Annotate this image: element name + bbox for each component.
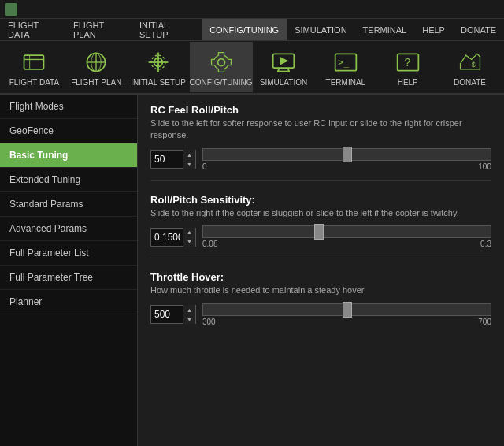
svg-text:$: $ <box>471 61 475 69</box>
section-throttle-hover: Throttle Hover:How much throttle is need… <box>150 271 491 325</box>
main-layout: Flight ModesGeoFenceBasic TuningExtended… <box>0 95 504 446</box>
sidebar-item-standard-params[interactable]: Standard Params <box>0 192 137 217</box>
spinbox-up-roll-pitch-sens[interactable]: ▲ <box>183 228 195 237</box>
toolbar-btn-help[interactable]: ?HELP <box>376 42 439 92</box>
section-title-roll-pitch-sens: Roll/Pitch Sensitivity: <box>150 194 491 206</box>
spinbox-roll-pitch-sens[interactable]: ▲ ▼ <box>150 228 196 247</box>
menu-item-initial-setup[interactable]: INITIAL SETUP <box>132 19 202 40</box>
section-roll-pitch-sens: Roll/Pitch Sensitivity:Slide to the righ… <box>150 194 491 258</box>
slider-roll-pitch-sens[interactable] <box>202 225 491 238</box>
toolbar-icon-2 <box>144 48 172 76</box>
toolbar-icon-6: ? <box>394 48 422 76</box>
sidebar: Flight ModesGeoFenceBasic TuningExtended… <box>0 95 138 446</box>
toolbar-btn-initial-setup[interactable]: INITIAL SETUP <box>128 42 190 92</box>
app-icon <box>5 3 17 16</box>
slider-container-rc-feel: 0100 <box>202 148 491 171</box>
menu-item-flight-plan[interactable]: FLIGHT PLAN <box>65 19 132 40</box>
menu-bar: FLIGHT DATAFLIGHT PLANINITIAL SETUPCONFI… <box>0 19 504 41</box>
slider-container-throttle-hover: 300700 <box>202 303 491 326</box>
menu-item-donate[interactable]: DONATE <box>453 19 504 40</box>
toolbar-icon-3 <box>207 48 235 76</box>
svg-point-11 <box>217 58 224 65</box>
toolbar-btn-config-tuning[interactable]: CONFIG/TUNING <box>190 42 253 92</box>
svg-marker-16 <box>280 56 289 65</box>
spinbox-input-throttle-hover[interactable] <box>151 309 183 320</box>
sidebar-item-full-parameter-tree[interactable]: Full Parameter Tree <box>0 266 137 290</box>
toolbar-icon-5: >_ <box>332 48 360 76</box>
sidebar-item-flight-modes[interactable]: Flight Modes <box>0 95 137 119</box>
sidebar-item-basic-tuning[interactable]: Basic Tuning <box>0 143 137 168</box>
toolbar-btn-simulation[interactable]: SIMULATION <box>253 42 315 92</box>
toolbar-btn-terminal[interactable]: >_TERMINAL <box>314 42 376 92</box>
toolbar-icon-7: $ <box>456 48 484 76</box>
title-bar <box>0 0 504 19</box>
svg-rect-0 <box>24 55 44 69</box>
spinbox-down-roll-pitch-sens[interactable]: ▼ <box>183 237 195 247</box>
slider-labels-throttle-hover: 300700 <box>202 318 491 326</box>
slider-rc-feel[interactable] <box>202 148 491 161</box>
spinbox-input-rc-feel[interactable] <box>151 154 183 165</box>
svg-text:>_: >_ <box>338 56 349 67</box>
toolbar-icon-0 <box>20 48 48 76</box>
section-desc-throttle-hover: How much throttle is needed to maintain … <box>150 284 491 296</box>
sidebar-item-geofence[interactable]: GeoFence <box>0 119 137 143</box>
spinbox-up-rc-feel[interactable]: ▲ <box>183 150 195 159</box>
section-desc-rc-feel: Slide to the left for softer response to… <box>150 117 491 142</box>
slider-labels-rc-feel: 0100 <box>202 162 491 171</box>
control-row-roll-pitch-sens: ▲ ▼ 0.080.3 <box>150 225 491 248</box>
control-row-rc-feel: ▲ ▼ 0100 <box>150 148 491 171</box>
toolbar-btn-flight-plan[interactable]: FLIGHT PLAN <box>65 42 128 92</box>
toolbar-btn-flight-data[interactable]: FLIGHT DATA <box>3 42 65 92</box>
sidebar-item-extended-tuning[interactable]: Extended Tuning <box>0 168 137 192</box>
toolbar: FLIGHT DATAFLIGHT PLANINITIAL SETUPCONFI… <box>0 41 504 95</box>
slider-throttle-hover[interactable] <box>202 303 491 316</box>
sidebar-item-advanced-params[interactable]: Advanced Params <box>0 217 137 241</box>
spinbox-rc-feel[interactable]: ▲ ▼ <box>150 150 196 169</box>
sidebar-item-planner[interactable]: Planner <box>0 290 137 314</box>
content-area: RC Feel Roll/PitchSlide to the left for … <box>138 95 504 446</box>
spinbox-down-rc-feel[interactable]: ▼ <box>183 159 195 169</box>
spinbox-input-roll-pitch-sens[interactable] <box>151 232 183 243</box>
spinbox-down-throttle-hover[interactable]: ▼ <box>183 314 195 324</box>
menu-item-help[interactable]: HELP <box>414 19 453 40</box>
menu-item-terminal[interactable]: TERMINAL <box>355 19 415 40</box>
slider-labels-roll-pitch-sens: 0.080.3 <box>202 240 491 248</box>
toolbar-icon-4 <box>269 48 298 76</box>
section-desc-roll-pitch-sens: Slide to the right if the copter is slug… <box>150 207 491 219</box>
toolbar-icon-1 <box>82 48 110 76</box>
svg-text:?: ? <box>404 56 410 69</box>
section-title-throttle-hover: Throttle Hover: <box>150 271 491 283</box>
menu-item-simulation[interactable]: SIMULATION <box>287 19 354 40</box>
spinbox-up-throttle-hover[interactable]: ▲ <box>183 305 195 314</box>
section-rc-feel: RC Feel Roll/PitchSlide to the left for … <box>150 104 491 181</box>
menu-item-flight-data[interactable]: FLIGHT DATA <box>0 19 65 40</box>
toolbar-btn-donate[interactable]: $DONATE <box>439 42 501 92</box>
menu-item-config-tuning[interactable]: CONFIG/TUNING <box>202 19 287 40</box>
control-row-throttle-hover: ▲ ▼ 300700 <box>150 303 491 326</box>
slider-container-roll-pitch-sens: 0.080.3 <box>202 225 491 248</box>
spinbox-throttle-hover[interactable]: ▲ ▼ <box>150 305 196 324</box>
section-title-rc-feel: RC Feel Roll/Pitch <box>150 104 491 116</box>
sidebar-item-full-parameter-list[interactable]: Full Parameter List <box>0 241 137 266</box>
